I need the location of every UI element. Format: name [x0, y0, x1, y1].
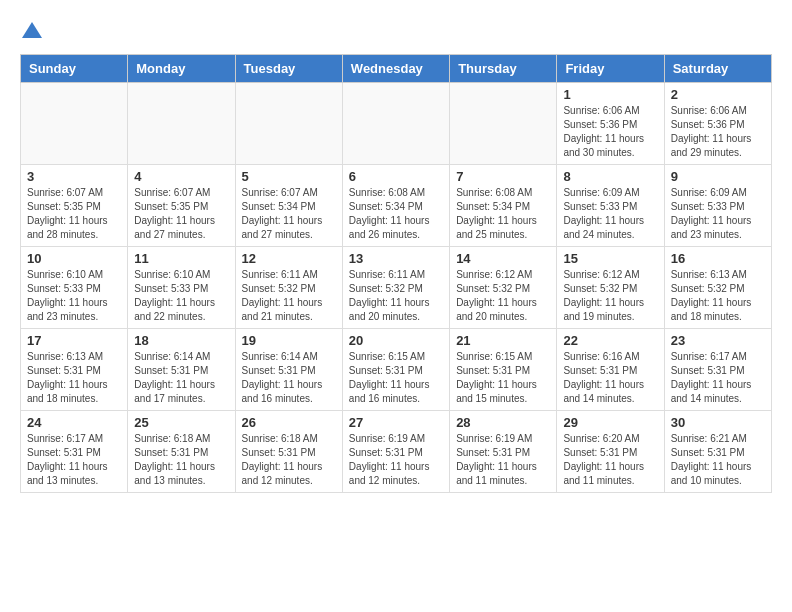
calendar-week-row: 24Sunrise: 6:17 AM Sunset: 5:31 PM Dayli… — [21, 411, 772, 493]
logo-icon — [20, 20, 44, 44]
calendar-cell: 12Sunrise: 6:11 AM Sunset: 5:32 PM Dayli… — [235, 247, 342, 329]
calendar-cell — [21, 83, 128, 165]
day-number: 13 — [349, 251, 443, 266]
calendar-cell: 6Sunrise: 6:08 AM Sunset: 5:34 PM Daylig… — [342, 165, 449, 247]
day-number: 28 — [456, 415, 550, 430]
calendar-cell — [342, 83, 449, 165]
day-info: Sunrise: 6:19 AM Sunset: 5:31 PM Dayligh… — [349, 432, 443, 488]
calendar-cell: 29Sunrise: 6:20 AM Sunset: 5:31 PM Dayli… — [557, 411, 664, 493]
day-info: Sunrise: 6:15 AM Sunset: 5:31 PM Dayligh… — [456, 350, 550, 406]
day-number: 30 — [671, 415, 765, 430]
weekday-header-sunday: Sunday — [21, 55, 128, 83]
day-number: 21 — [456, 333, 550, 348]
day-info: Sunrise: 6:19 AM Sunset: 5:31 PM Dayligh… — [456, 432, 550, 488]
day-number: 7 — [456, 169, 550, 184]
calendar-cell — [235, 83, 342, 165]
day-info: Sunrise: 6:08 AM Sunset: 5:34 PM Dayligh… — [456, 186, 550, 242]
day-number: 24 — [27, 415, 121, 430]
day-info: Sunrise: 6:08 AM Sunset: 5:34 PM Dayligh… — [349, 186, 443, 242]
calendar-cell: 15Sunrise: 6:12 AM Sunset: 5:32 PM Dayli… — [557, 247, 664, 329]
calendar-week-row: 17Sunrise: 6:13 AM Sunset: 5:31 PM Dayli… — [21, 329, 772, 411]
weekday-header-thursday: Thursday — [450, 55, 557, 83]
calendar-cell: 8Sunrise: 6:09 AM Sunset: 5:33 PM Daylig… — [557, 165, 664, 247]
day-number: 18 — [134, 333, 228, 348]
calendar-week-row: 10Sunrise: 6:10 AM Sunset: 5:33 PM Dayli… — [21, 247, 772, 329]
weekday-header-friday: Friday — [557, 55, 664, 83]
calendar-cell: 2Sunrise: 6:06 AM Sunset: 5:36 PM Daylig… — [664, 83, 771, 165]
calendar-cell: 19Sunrise: 6:14 AM Sunset: 5:31 PM Dayli… — [235, 329, 342, 411]
calendar-cell: 21Sunrise: 6:15 AM Sunset: 5:31 PM Dayli… — [450, 329, 557, 411]
day-info: Sunrise: 6:14 AM Sunset: 5:31 PM Dayligh… — [134, 350, 228, 406]
calendar-cell: 22Sunrise: 6:16 AM Sunset: 5:31 PM Dayli… — [557, 329, 664, 411]
svg-marker-0 — [22, 22, 42, 38]
calendar-cell — [128, 83, 235, 165]
calendar-cell: 20Sunrise: 6:15 AM Sunset: 5:31 PM Dayli… — [342, 329, 449, 411]
day-number: 17 — [27, 333, 121, 348]
calendar-cell: 10Sunrise: 6:10 AM Sunset: 5:33 PM Dayli… — [21, 247, 128, 329]
day-number: 27 — [349, 415, 443, 430]
calendar-week-row: 1Sunrise: 6:06 AM Sunset: 5:36 PM Daylig… — [21, 83, 772, 165]
day-info: Sunrise: 6:11 AM Sunset: 5:32 PM Dayligh… — [349, 268, 443, 324]
calendar-cell: 25Sunrise: 6:18 AM Sunset: 5:31 PM Dayli… — [128, 411, 235, 493]
logo — [20, 20, 48, 44]
day-info: Sunrise: 6:20 AM Sunset: 5:31 PM Dayligh… — [563, 432, 657, 488]
day-info: Sunrise: 6:10 AM Sunset: 5:33 PM Dayligh… — [134, 268, 228, 324]
day-info: Sunrise: 6:13 AM Sunset: 5:31 PM Dayligh… — [27, 350, 121, 406]
day-number: 1 — [563, 87, 657, 102]
page-header — [20, 20, 772, 44]
calendar-cell: 30Sunrise: 6:21 AM Sunset: 5:31 PM Dayli… — [664, 411, 771, 493]
calendar-cell: 28Sunrise: 6:19 AM Sunset: 5:31 PM Dayli… — [450, 411, 557, 493]
weekday-header-tuesday: Tuesday — [235, 55, 342, 83]
day-number: 22 — [563, 333, 657, 348]
calendar-cell: 14Sunrise: 6:12 AM Sunset: 5:32 PM Dayli… — [450, 247, 557, 329]
weekday-header-wednesday: Wednesday — [342, 55, 449, 83]
calendar-cell — [450, 83, 557, 165]
calendar-cell: 24Sunrise: 6:17 AM Sunset: 5:31 PM Dayli… — [21, 411, 128, 493]
day-info: Sunrise: 6:09 AM Sunset: 5:33 PM Dayligh… — [563, 186, 657, 242]
day-number: 15 — [563, 251, 657, 266]
day-number: 23 — [671, 333, 765, 348]
day-info: Sunrise: 6:16 AM Sunset: 5:31 PM Dayligh… — [563, 350, 657, 406]
calendar-cell: 13Sunrise: 6:11 AM Sunset: 5:32 PM Dayli… — [342, 247, 449, 329]
calendar-cell: 9Sunrise: 6:09 AM Sunset: 5:33 PM Daylig… — [664, 165, 771, 247]
calendar-cell: 16Sunrise: 6:13 AM Sunset: 5:32 PM Dayli… — [664, 247, 771, 329]
calendar-cell: 7Sunrise: 6:08 AM Sunset: 5:34 PM Daylig… — [450, 165, 557, 247]
day-number: 12 — [242, 251, 336, 266]
day-number: 3 — [27, 169, 121, 184]
day-info: Sunrise: 6:09 AM Sunset: 5:33 PM Dayligh… — [671, 186, 765, 242]
day-number: 14 — [456, 251, 550, 266]
calendar-table: SundayMondayTuesdayWednesdayThursdayFrid… — [20, 54, 772, 493]
weekday-header-monday: Monday — [128, 55, 235, 83]
calendar-cell: 5Sunrise: 6:07 AM Sunset: 5:34 PM Daylig… — [235, 165, 342, 247]
day-number: 29 — [563, 415, 657, 430]
weekday-header-saturday: Saturday — [664, 55, 771, 83]
day-number: 5 — [242, 169, 336, 184]
day-info: Sunrise: 6:13 AM Sunset: 5:32 PM Dayligh… — [671, 268, 765, 324]
day-info: Sunrise: 6:18 AM Sunset: 5:31 PM Dayligh… — [242, 432, 336, 488]
day-number: 25 — [134, 415, 228, 430]
day-info: Sunrise: 6:07 AM Sunset: 5:35 PM Dayligh… — [27, 186, 121, 242]
calendar-header-row: SundayMondayTuesdayWednesdayThursdayFrid… — [21, 55, 772, 83]
calendar-cell: 18Sunrise: 6:14 AM Sunset: 5:31 PM Dayli… — [128, 329, 235, 411]
day-info: Sunrise: 6:10 AM Sunset: 5:33 PM Dayligh… — [27, 268, 121, 324]
day-info: Sunrise: 6:12 AM Sunset: 5:32 PM Dayligh… — [456, 268, 550, 324]
day-number: 4 — [134, 169, 228, 184]
calendar-cell: 23Sunrise: 6:17 AM Sunset: 5:31 PM Dayli… — [664, 329, 771, 411]
day-info: Sunrise: 6:07 AM Sunset: 5:34 PM Dayligh… — [242, 186, 336, 242]
day-info: Sunrise: 6:17 AM Sunset: 5:31 PM Dayligh… — [671, 350, 765, 406]
calendar-cell: 1Sunrise: 6:06 AM Sunset: 5:36 PM Daylig… — [557, 83, 664, 165]
day-info: Sunrise: 6:18 AM Sunset: 5:31 PM Dayligh… — [134, 432, 228, 488]
calendar-cell: 11Sunrise: 6:10 AM Sunset: 5:33 PM Dayli… — [128, 247, 235, 329]
day-info: Sunrise: 6:11 AM Sunset: 5:32 PM Dayligh… — [242, 268, 336, 324]
day-info: Sunrise: 6:06 AM Sunset: 5:36 PM Dayligh… — [671, 104, 765, 160]
calendar-week-row: 3Sunrise: 6:07 AM Sunset: 5:35 PM Daylig… — [21, 165, 772, 247]
day-info: Sunrise: 6:07 AM Sunset: 5:35 PM Dayligh… — [134, 186, 228, 242]
day-info: Sunrise: 6:17 AM Sunset: 5:31 PM Dayligh… — [27, 432, 121, 488]
calendar-cell: 3Sunrise: 6:07 AM Sunset: 5:35 PM Daylig… — [21, 165, 128, 247]
day-info: Sunrise: 6:15 AM Sunset: 5:31 PM Dayligh… — [349, 350, 443, 406]
day-number: 6 — [349, 169, 443, 184]
day-number: 2 — [671, 87, 765, 102]
calendar-cell: 4Sunrise: 6:07 AM Sunset: 5:35 PM Daylig… — [128, 165, 235, 247]
day-info: Sunrise: 6:12 AM Sunset: 5:32 PM Dayligh… — [563, 268, 657, 324]
day-info: Sunrise: 6:06 AM Sunset: 5:36 PM Dayligh… — [563, 104, 657, 160]
